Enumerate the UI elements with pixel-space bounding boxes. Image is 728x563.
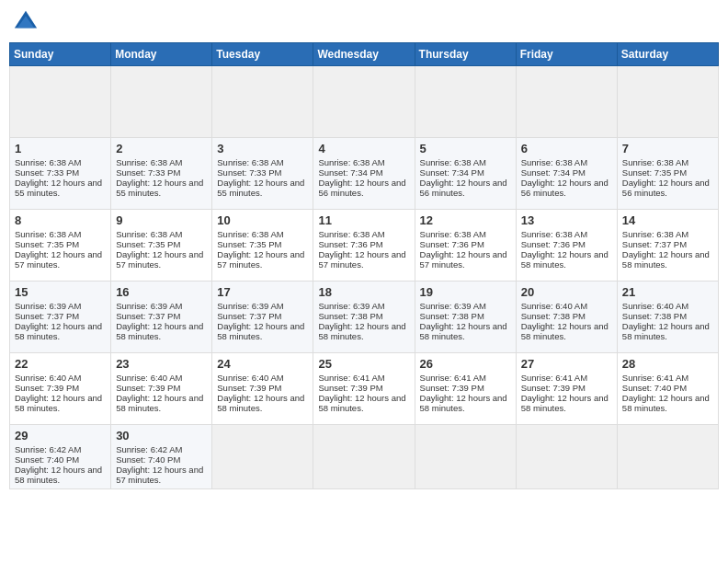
logo	[13, 9, 42, 35]
day-number: 16	[116, 285, 207, 299]
day-number: 23	[116, 357, 207, 371]
calendar-cell: 29Sunrise: 6:42 AMSunset: 7:40 PMDayligh…	[10, 425, 111, 489]
day-info: Sunrise: 6:41 AMSunset: 7:39 PMDaylight:…	[420, 373, 507, 413]
calendar-week-row	[10, 66, 719, 138]
day-info: Sunrise: 6:39 AMSunset: 7:38 PMDaylight:…	[318, 301, 405, 341]
day-info: Sunrise: 6:38 AMSunset: 7:35 PMDaylight:…	[116, 229, 203, 270]
day-number: 17	[217, 285, 308, 299]
calendar-cell: 16Sunrise: 6:39 AMSunset: 7:37 PMDayligh…	[111, 282, 212, 353]
calendar-cell: 2Sunrise: 6:38 AMSunset: 7:33 PMDaylight…	[111, 138, 212, 210]
day-info: Sunrise: 6:38 AMSunset: 7:35 PMDaylight:…	[622, 157, 710, 198]
day-info: Sunrise: 6:41 AMSunset: 7:39 PMDaylight:…	[521, 373, 609, 413]
day-info: Sunrise: 6:38 AMSunset: 7:36 PMDaylight:…	[420, 229, 507, 270]
calendar-cell	[111, 66, 212, 138]
day-number: 4	[318, 142, 409, 155]
day-number: 26	[420, 357, 511, 371]
calendar-cell: 8Sunrise: 6:38 AMSunset: 7:35 PMDaylight…	[10, 210, 111, 282]
day-number: 3	[217, 142, 308, 155]
calendar-cell: 23Sunrise: 6:40 AMSunset: 7:39 PMDayligh…	[111, 353, 212, 425]
day-info: Sunrise: 6:39 AMSunset: 7:38 PMDaylight:…	[420, 301, 507, 341]
day-info: Sunrise: 6:41 AMSunset: 7:40 PMDaylight:…	[622, 373, 710, 413]
day-info: Sunrise: 6:38 AMSunset: 7:35 PMDaylight:…	[15, 229, 102, 270]
day-info: Sunrise: 6:40 AMSunset: 7:38 PMDaylight:…	[622, 301, 710, 341]
column-header-wednesday: Wednesday	[313, 43, 415, 66]
day-number: 15	[15, 285, 106, 299]
calendar-cell: 19Sunrise: 6:39 AMSunset: 7:38 PMDayligh…	[415, 282, 516, 353]
calendar-cell: 14Sunrise: 6:38 AMSunset: 7:37 PMDayligh…	[617, 210, 718, 282]
day-number: 10	[217, 213, 308, 227]
calendar-cell: 5Sunrise: 6:38 AMSunset: 7:34 PMDaylight…	[415, 138, 516, 210]
day-info: Sunrise: 6:38 AMSunset: 7:33 PMDaylight:…	[15, 157, 102, 198]
day-number: 11	[318, 213, 409, 227]
day-number: 14	[622, 213, 713, 227]
day-info: Sunrise: 6:40 AMSunset: 7:39 PMDaylight:…	[15, 373, 102, 413]
day-info: Sunrise: 6:38 AMSunset: 7:34 PMDaylight:…	[318, 157, 405, 198]
column-header-thursday: Thursday	[415, 43, 516, 66]
day-info: Sunrise: 6:40 AMSunset: 7:38 PMDaylight:…	[521, 301, 609, 341]
calendar-cell: 9Sunrise: 6:38 AMSunset: 7:35 PMDaylight…	[111, 210, 212, 282]
column-header-monday: Monday	[111, 43, 212, 66]
column-header-saturday: Saturday	[617, 43, 718, 66]
day-number: 18	[318, 285, 409, 299]
day-number: 25	[318, 357, 409, 371]
day-info: Sunrise: 6:39 AMSunset: 7:37 PMDaylight:…	[116, 301, 203, 341]
day-number: 24	[217, 357, 308, 371]
calendar-cell	[415, 66, 516, 138]
calendar-cell: 3Sunrise: 6:38 AMSunset: 7:33 PMDaylight…	[212, 138, 313, 210]
calendar-cell	[516, 425, 617, 489]
calendar-cell	[617, 425, 718, 489]
calendar-cell: 20Sunrise: 6:40 AMSunset: 7:38 PMDayligh…	[516, 282, 617, 353]
calendar-cell	[313, 425, 415, 489]
day-number: 19	[420, 285, 511, 299]
calendar-cell	[516, 66, 617, 138]
day-info: Sunrise: 6:39 AMSunset: 7:37 PMDaylight:…	[15, 301, 102, 341]
day-info: Sunrise: 6:40 AMSunset: 7:39 PMDaylight:…	[116, 373, 203, 413]
calendar-cell: 25Sunrise: 6:41 AMSunset: 7:39 PMDayligh…	[313, 353, 415, 425]
day-info: Sunrise: 6:38 AMSunset: 7:36 PMDaylight:…	[318, 229, 405, 270]
day-number: 30	[116, 429, 207, 442]
page-header	[9, 9, 719, 35]
calendar-cell: 6Sunrise: 6:38 AMSunset: 7:34 PMDaylight…	[516, 138, 617, 210]
calendar-cell: 15Sunrise: 6:39 AMSunset: 7:37 PMDayligh…	[10, 282, 111, 353]
day-info: Sunrise: 6:42 AMSunset: 7:40 PMDaylight:…	[15, 444, 102, 485]
calendar-cell	[212, 425, 313, 489]
day-number: 5	[420, 142, 511, 155]
calendar-table: SundayMondayTuesdayWednesdayThursdayFrid…	[9, 42, 719, 489]
day-number: 1	[15, 142, 106, 155]
day-info: Sunrise: 6:39 AMSunset: 7:37 PMDaylight:…	[217, 301, 304, 341]
calendar-cell: 1Sunrise: 6:38 AMSunset: 7:33 PMDaylight…	[10, 138, 111, 210]
calendar-cell: 30Sunrise: 6:42 AMSunset: 7:40 PMDayligh…	[111, 425, 212, 489]
column-header-tuesday: Tuesday	[212, 43, 313, 66]
day-info: Sunrise: 6:42 AMSunset: 7:40 PMDaylight:…	[116, 444, 203, 485]
calendar-cell	[313, 66, 415, 138]
calendar-header-row: SundayMondayTuesdayWednesdayThursdayFrid…	[10, 43, 719, 66]
day-number: 28	[622, 357, 713, 371]
calendar-cell: 4Sunrise: 6:38 AMSunset: 7:34 PMDaylight…	[313, 138, 415, 210]
calendar-week-row: 15Sunrise: 6:39 AMSunset: 7:37 PMDayligh…	[10, 282, 719, 353]
day-number: 8	[15, 213, 106, 227]
calendar-week-row: 8Sunrise: 6:38 AMSunset: 7:35 PMDaylight…	[10, 210, 719, 282]
day-info: Sunrise: 6:38 AMSunset: 7:34 PMDaylight:…	[521, 157, 609, 198]
calendar-cell	[617, 66, 718, 138]
calendar-cell: 26Sunrise: 6:41 AMSunset: 7:39 PMDayligh…	[415, 353, 516, 425]
day-number: 22	[15, 357, 106, 371]
day-number: 12	[420, 213, 511, 227]
calendar-cell: 24Sunrise: 6:40 AMSunset: 7:39 PMDayligh…	[212, 353, 313, 425]
calendar-cell: 18Sunrise: 6:39 AMSunset: 7:38 PMDayligh…	[313, 282, 415, 353]
calendar-week-row: 29Sunrise: 6:42 AMSunset: 7:40 PMDayligh…	[10, 425, 719, 489]
calendar-cell: 28Sunrise: 6:41 AMSunset: 7:40 PMDayligh…	[617, 353, 718, 425]
day-number: 13	[521, 213, 612, 227]
calendar-week-row: 22Sunrise: 6:40 AMSunset: 7:39 PMDayligh…	[10, 353, 719, 425]
calendar-cell	[212, 66, 313, 138]
day-number: 29	[15, 429, 106, 442]
column-header-friday: Friday	[516, 43, 617, 66]
day-info: Sunrise: 6:40 AMSunset: 7:39 PMDaylight:…	[217, 373, 304, 413]
calendar-cell	[415, 425, 516, 489]
calendar-cell: 22Sunrise: 6:40 AMSunset: 7:39 PMDayligh…	[10, 353, 111, 425]
day-info: Sunrise: 6:38 AMSunset: 7:33 PMDaylight:…	[217, 157, 304, 198]
day-number: 9	[116, 213, 207, 227]
calendar-cell: 17Sunrise: 6:39 AMSunset: 7:37 PMDayligh…	[212, 282, 313, 353]
day-info: Sunrise: 6:38 AMSunset: 7:36 PMDaylight:…	[521, 229, 609, 270]
day-info: Sunrise: 6:38 AMSunset: 7:33 PMDaylight:…	[116, 157, 203, 198]
day-info: Sunrise: 6:38 AMSunset: 7:37 PMDaylight:…	[622, 229, 710, 270]
